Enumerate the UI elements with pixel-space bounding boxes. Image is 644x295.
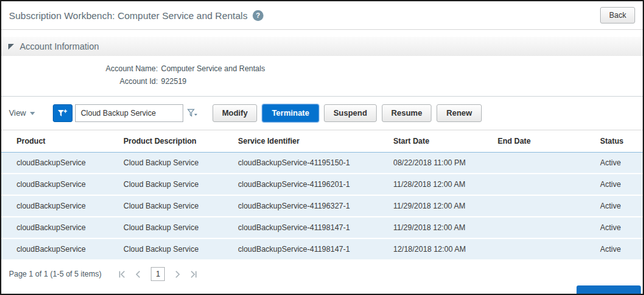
table-cell-start-date: 11/28/2018 12:00 AM	[393, 174, 498, 195]
modify-button[interactable]: Modify	[213, 104, 257, 122]
table-cell-product: cloudBackupService	[1, 174, 123, 195]
account-name-label: Account Name:	[1, 62, 158, 75]
account-information-title: Account Information	[20, 41, 99, 51]
table-footer: Page 1 of 1 (1-5 of 5 items) 1	[1, 261, 643, 287]
account-information-content: Account Name: Computer Service and Renta…	[1, 56, 643, 97]
subscription-workbench-window: Subscription Workbench: Computer Service…	[0, 0, 644, 295]
subscriptions-table: Product Product Description Service Iden…	[1, 130, 643, 261]
funnel-plus-icon	[57, 109, 67, 118]
first-page-icon[interactable]	[118, 270, 126, 278]
table-body: cloudBackupService Cloud Backup Service …	[1, 153, 643, 261]
funnel-caret-icon	[187, 108, 198, 118]
table-cell-product-description: Cloud Backup Service	[123, 238, 238, 260]
help-icon[interactable]: ?	[253, 10, 263, 21]
table-row[interactable]: cloudBackupService Cloud Backup Service …	[1, 217, 643, 238]
table-cell-product: cloudBackupService	[1, 217, 123, 238]
subscriptions-toolbar: View Modify Terminate Suspend Resume	[1, 97, 643, 130]
view-menu-label: View	[9, 109, 26, 118]
table-cell-service-identifier: cloudBackupService-41198147-1	[238, 217, 393, 238]
table-cell-product: cloudBackupService	[1, 238, 123, 260]
column-header-product-description[interactable]: Product Description	[123, 130, 238, 153]
column-header-start-date[interactable]: Start Date	[393, 130, 498, 153]
table-cell-service-identifier: cloudBackupService-41196327-1	[238, 195, 393, 217]
next-page-icon[interactable]	[173, 270, 181, 278]
filter-text-input[interactable]	[75, 104, 183, 122]
table-cell-product: cloudBackupService	[1, 195, 123, 217]
renew-button[interactable]: Renew	[437, 104, 481, 122]
add-filter-button[interactable]	[53, 104, 73, 122]
query-by-example-button[interactable]	[183, 104, 202, 122]
table-cell-product-description: Cloud Backup Service	[123, 153, 238, 174]
table-cell-status: Active	[600, 153, 643, 174]
page-title: Subscription Workbench: Computer Service…	[9, 10, 248, 21]
table-cell-status: Active	[600, 195, 643, 217]
table-row[interactable]: cloudBackupService Cloud Backup Service …	[1, 195, 643, 217]
table-cell-end-date	[498, 217, 600, 238]
table-cell-service-identifier: cloudBackupService-41196201-1	[238, 174, 393, 195]
table-cell-end-date	[498, 238, 600, 260]
table-row[interactable]: cloudBackupService Cloud Backup Service …	[1, 153, 643, 174]
current-page-input[interactable]: 1	[151, 267, 165, 281]
table-cell-status: Active	[600, 238, 643, 260]
table-cell-end-date	[498, 153, 600, 174]
account-information-section-header[interactable]: Account Information	[1, 37, 643, 56]
column-header-end-date[interactable]: End Date	[498, 130, 600, 153]
column-header-status[interactable]: Status	[600, 130, 643, 153]
pagination-summary: Page 1 of 1 (1-5 of 5 items)	[9, 270, 101, 278]
table-cell-product: cloudBackupService	[1, 153, 123, 174]
table-cell-end-date	[498, 195, 600, 217]
last-page-icon[interactable]	[190, 270, 198, 278]
table-cell-end-date	[498, 174, 600, 195]
resume-button[interactable]: Resume	[382, 104, 432, 122]
table-row[interactable]: cloudBackupService Cloud Backup Service …	[1, 238, 643, 260]
table-cell-start-date: 11/29/2018 12:00 AM	[393, 195, 498, 217]
table-cell-product-description: Cloud Backup Service	[123, 174, 238, 195]
suspend-button[interactable]: Suspend	[324, 104, 377, 122]
table-header-row: Product Product Description Service Iden…	[1, 130, 643, 153]
page-header: Subscription Workbench: Computer Service…	[1, 1, 643, 29]
table-cell-product-description: Cloud Backup Service	[123, 195, 238, 217]
bottom-right-blue-panel[interactable]	[577, 285, 641, 294]
account-id-value: 922519	[158, 75, 186, 88]
back-button[interactable]: Back	[600, 7, 635, 24]
account-id-row: Account Id: 922519	[1, 75, 643, 88]
header-divider	[1, 29, 643, 30]
column-header-product[interactable]: Product	[1, 130, 123, 153]
table-cell-service-identifier: cloudBackupService-41195150-1	[238, 153, 393, 174]
table-cell-start-date: 11/29/2018 12:00 AM	[393, 217, 498, 238]
table-cell-status: Active	[600, 217, 643, 238]
table-cell-product-description: Cloud Backup Service	[123, 217, 238, 238]
collapse-triangle-icon	[8, 44, 14, 50]
table-row[interactable]: cloudBackupService Cloud Backup Service …	[1, 174, 643, 195]
table-cell-status: Active	[600, 174, 643, 195]
account-name-value: Computer Service and Rentals	[158, 62, 265, 75]
terminate-button[interactable]: Terminate	[262, 104, 319, 122]
pagination-controls: 1	[118, 267, 198, 281]
previous-page-icon[interactable]	[134, 270, 143, 278]
column-header-service-identifier[interactable]: Service Identifier	[238, 130, 393, 153]
view-menu[interactable]: View	[9, 109, 35, 118]
account-id-label: Account Id:	[1, 75, 158, 88]
chevron-down-icon	[30, 112, 35, 115]
table-cell-service-identifier: cloudBackupService-41198147-1	[238, 238, 393, 260]
account-name-row: Account Name: Computer Service and Renta…	[1, 62, 643, 75]
table-cell-start-date: 12/18/2018 12:00 AM	[393, 238, 498, 260]
table-cell-start-date: 08/22/2018 11:00 PM	[393, 153, 498, 174]
